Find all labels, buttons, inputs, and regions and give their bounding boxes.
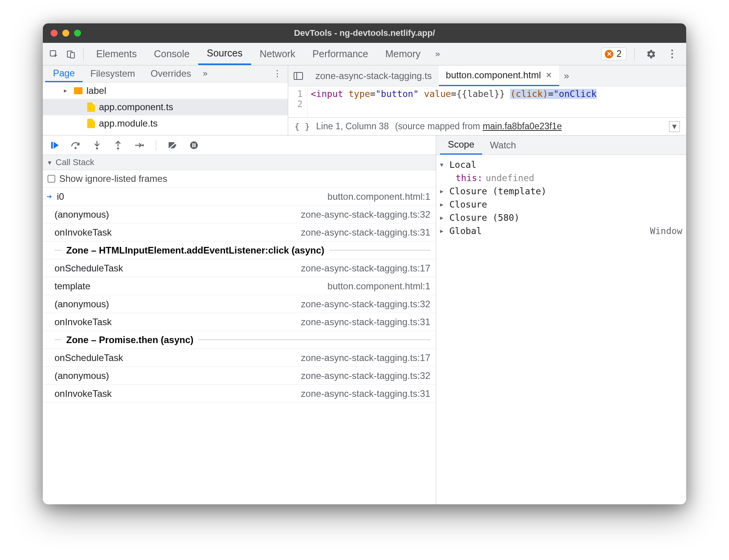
tree-item-label: app.module.ts (99, 118, 158, 129)
more-subtabs-chevron-icon[interactable]: » (199, 69, 211, 79)
tree-folder-label[interactable]: ▸label (43, 83, 288, 99)
close-window-button[interactable] (51, 30, 58, 37)
stack-frame[interactable]: onScheduleTaskzone-async-stack-tagging.t… (43, 349, 436, 367)
inspect-icon[interactable] (45, 46, 62, 63)
scope-value: Window (650, 226, 682, 236)
more-file-tabs-chevron-icon[interactable]: » (559, 70, 574, 81)
error-count-badge[interactable]: ✕ 2 (601, 48, 627, 60)
stack-frame[interactable]: onScheduleTaskzone-async-stack-tagging.t… (43, 259, 436, 277)
main-tab-memory[interactable]: Memory (377, 43, 429, 65)
device-toggle-icon[interactable] (62, 46, 79, 63)
scope-item[interactable]: ▼Local (440, 158, 682, 171)
stack-frame[interactable]: onInvokeTaskzone-async-stack-tagging.ts:… (43, 385, 436, 403)
main-tab-performance[interactable]: Performance (304, 43, 377, 65)
toggle-navigator-icon[interactable] (290, 67, 307, 85)
nav-subtab-overrides[interactable]: Overrides (143, 65, 199, 82)
debugger-panel: ▼ Call Stack Show ignore-listed frames ➔… (43, 136, 436, 504)
stack-frame[interactable]: (anonymous)zone-async-stack-tagging.ts:3… (43, 367, 436, 385)
error-icon: ✕ (605, 50, 613, 58)
main-tab-elements[interactable]: Elements (88, 43, 145, 65)
source-map-link[interactable]: main.fa8bfa0e23f1e (482, 121, 562, 131)
resume-icon[interactable] (48, 139, 62, 152)
file-tab-button-component-html[interactable]: button.component.html✕ (439, 65, 559, 86)
checkbox-input[interactable] (48, 175, 55, 183)
frame-location: zone-async-stack-tagging.ts:31 (301, 388, 430, 399)
stack-frame[interactable]: ➔i0button.component.html:1 (43, 188, 436, 206)
stack-frame[interactable]: onInvokeTaskzone-async-stack-tagging.ts:… (43, 224, 436, 241)
status-dropdown-icon[interactable]: ▾ (669, 121, 680, 132)
scope-item[interactable]: this: undefined (440, 171, 682, 185)
code-token (419, 89, 424, 99)
main-tab-sources[interactable]: Sources (198, 43, 251, 65)
frame-location: zone-async-stack-tagging.ts:17 (301, 263, 430, 274)
code-editor[interactable]: 12 <input type="button" value={{label}} … (288, 86, 686, 117)
minimize-window-button[interactable] (62, 30, 69, 37)
zone-label: Zone – Promise.then (async) (66, 335, 194, 345)
frame-function: (anonymous) (55, 370, 301, 381)
navigator-panel: PageFilesystemOverrides » ⋮ ▸labelapp.co… (43, 65, 288, 135)
stack-frame[interactable]: (anonymous)zone-async-stack-tagging.ts:3… (43, 295, 436, 313)
collapse-triangle-icon: ▼ (47, 159, 53, 166)
step-icon[interactable] (132, 139, 146, 152)
step-out-icon[interactable] (111, 139, 125, 152)
scope-tab-watch[interactable]: Watch (482, 136, 524, 155)
scope-key: this: (456, 173, 482, 183)
stack-frame[interactable]: templatebutton.component.html:1 (43, 277, 436, 295)
file-tab-label: zone-async-stack-tagging.ts (315, 70, 432, 81)
error-count: 2 (616, 49, 622, 59)
close-tab-icon[interactable]: ✕ (546, 70, 552, 80)
nav-subtab-filesystem[interactable]: Filesystem (83, 65, 143, 82)
navigator-menu-icon[interactable]: ⋮ (267, 69, 288, 79)
file-tab-zone-async-stack-tagging-ts[interactable]: zone-async-stack-tagging.ts (308, 65, 439, 86)
file-icon (87, 102, 95, 112)
zone-divider: Zone – HTMLInputElement.addEventListener… (43, 241, 436, 259)
code-token: = (548, 89, 553, 99)
zoom-window-button[interactable] (74, 30, 81, 37)
kebab-menu-icon[interactable]: ⋮ (664, 46, 681, 63)
svg-point-9 (142, 144, 144, 146)
call-stack-header[interactable]: ▼ Call Stack (43, 155, 436, 170)
file-tab-label: button.component.html (446, 70, 541, 81)
frame-function: onScheduleTask (55, 263, 301, 274)
code-token: (click) (510, 89, 548, 99)
tree-file-app-component-ts[interactable]: app.component.ts (43, 99, 288, 115)
svg-point-6 (74, 147, 76, 149)
pretty-print-icon[interactable]: { } (294, 122, 310, 131)
show-ignored-frames-checkbox[interactable]: Show ignore-listed frames (43, 170, 436, 188)
step-into-icon[interactable] (90, 139, 104, 152)
devtools-window: DevTools - ng-devtools.netlify.app/ Elem… (43, 23, 686, 504)
svg-rect-12 (192, 143, 194, 147)
settings-gear-icon[interactable] (643, 46, 660, 63)
frame-location: zone-async-stack-tagging.ts:17 (301, 352, 430, 363)
scope-item[interactable]: ▶Closure (440, 198, 682, 211)
scope-item[interactable]: ▶Closure (template) (440, 185, 682, 198)
tree-item-label: app.component.ts (99, 102, 173, 113)
tree-item-label: label (86, 85, 106, 96)
scope-tab-scope[interactable]: Scope (440, 136, 482, 155)
frame-function: i0 (57, 191, 328, 202)
main-tab-console[interactable]: Console (145, 43, 198, 65)
line-gutter: 12 (288, 86, 308, 117)
frame-location: button.component.html:1 (328, 281, 430, 292)
step-over-icon[interactable] (69, 139, 83, 152)
svg-point-7 (96, 147, 98, 149)
tree-folder-environments[interactable]: ▸environments (43, 132, 288, 135)
scope-item[interactable]: ▶GlobalWindow (440, 224, 682, 238)
main-tab-network[interactable]: Network (251, 43, 304, 65)
stack-frame[interactable]: onInvokeTaskzone-async-stack-tagging.ts:… (43, 313, 436, 331)
stack-frame[interactable]: (anonymous)zone-async-stack-tagging.ts:3… (43, 206, 436, 224)
tree-file-app-module-ts[interactable]: app.module.ts (43, 115, 288, 132)
more-tabs-chevron-icon[interactable]: » (429, 46, 446, 63)
scope-label: Closure (template) (449, 186, 546, 196)
zone-divider: Zone – Promise.then (async) (43, 331, 436, 349)
frame-function: onScheduleTask (55, 352, 301, 363)
tree-item-label: environments (86, 134, 143, 135)
pause-exceptions-icon[interactable] (187, 139, 201, 152)
scope-item[interactable]: ▶Closure (580) (440, 211, 682, 224)
deactivate-breakpoints-icon[interactable] (166, 139, 180, 152)
scope-label: Closure (580) (449, 213, 519, 223)
scope-tabs: ScopeWatch (436, 136, 686, 155)
nav-subtab-page[interactable]: Page (45, 65, 83, 82)
frame-location: zone-async-stack-tagging.ts:32 (301, 370, 430, 381)
scope-label: Closure (449, 199, 487, 210)
